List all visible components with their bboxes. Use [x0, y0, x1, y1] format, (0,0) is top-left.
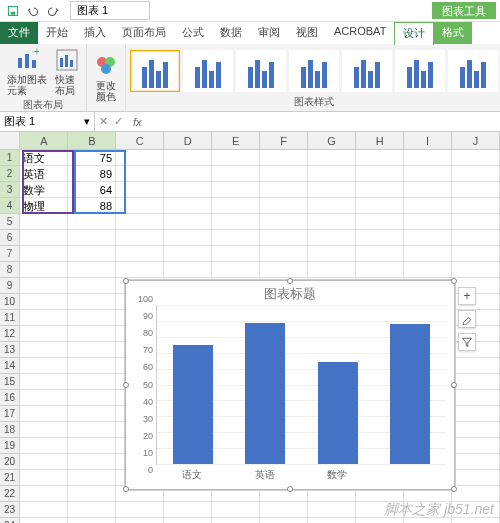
cell[interactable] — [356, 246, 404, 262]
row-header[interactable]: 4 — [0, 198, 20, 214]
cell[interactable] — [452, 470, 500, 486]
cell[interactable] — [68, 502, 116, 518]
row-header[interactable]: 11 — [0, 310, 20, 326]
cell[interactable] — [452, 150, 500, 166]
cell[interactable] — [68, 374, 116, 390]
cell[interactable]: 物理 — [20, 198, 68, 214]
row-header[interactable]: 17 — [0, 406, 20, 422]
chart-style-4[interactable] — [289, 50, 339, 92]
cell[interactable] — [68, 342, 116, 358]
tab-home[interactable]: 开始 — [38, 22, 76, 44]
col-header[interactable]: F — [260, 132, 308, 150]
cell[interactable] — [452, 358, 500, 374]
fx-icon[interactable]: fx — [127, 116, 148, 128]
row-header[interactable]: 18 — [0, 422, 20, 438]
cell[interactable] — [452, 198, 500, 214]
cell[interactable] — [116, 198, 164, 214]
chart-bar[interactable] — [390, 324, 430, 464]
resize-handle[interactable] — [287, 486, 293, 492]
cell[interactable] — [212, 518, 260, 523]
cell[interactable] — [20, 246, 68, 262]
row-header[interactable]: 5 — [0, 214, 20, 230]
cell[interactable] — [164, 502, 212, 518]
cell[interactable] — [20, 390, 68, 406]
cell[interactable] — [404, 262, 452, 278]
chart-filter-button[interactable] — [458, 333, 476, 351]
cell[interactable] — [452, 438, 500, 454]
resize-handle[interactable] — [451, 382, 457, 388]
change-colors-button[interactable]: 更改 颜色 — [91, 52, 121, 104]
chart-bar[interactable] — [245, 323, 285, 465]
tab-acrobat[interactable]: ACROBAT — [326, 22, 394, 44]
cell[interactable] — [116, 262, 164, 278]
cell[interactable] — [68, 294, 116, 310]
cell[interactable] — [164, 150, 212, 166]
cell[interactable] — [212, 166, 260, 182]
col-header[interactable]: H — [356, 132, 404, 150]
row-header[interactable]: 14 — [0, 358, 20, 374]
cell[interactable] — [212, 182, 260, 198]
cell[interactable] — [260, 198, 308, 214]
cell[interactable] — [452, 214, 500, 230]
cell[interactable] — [20, 470, 68, 486]
cell[interactable] — [260, 262, 308, 278]
cell[interactable] — [116, 166, 164, 182]
resize-handle[interactable] — [123, 278, 129, 284]
cell[interactable] — [260, 230, 308, 246]
tab-data[interactable]: 数据 — [212, 22, 250, 44]
row-header[interactable]: 7 — [0, 246, 20, 262]
cell[interactable] — [308, 150, 356, 166]
cell[interactable] — [68, 438, 116, 454]
cell[interactable] — [452, 374, 500, 390]
tab-formulas[interactable]: 公式 — [174, 22, 212, 44]
tab-design[interactable]: 设计 — [394, 22, 434, 45]
save-icon[interactable] — [4, 2, 22, 20]
cell[interactable] — [20, 438, 68, 454]
cell[interactable] — [260, 502, 308, 518]
chart-title[interactable]: 图表标题 — [126, 281, 454, 305]
cell[interactable] — [68, 422, 116, 438]
col-header[interactable]: G — [308, 132, 356, 150]
row-header[interactable]: 1 — [0, 150, 20, 166]
cell[interactable] — [164, 182, 212, 198]
col-header[interactable]: C — [116, 132, 164, 150]
add-chart-element-button[interactable]: + 添加图表 元素 — [4, 46, 50, 98]
cell[interactable] — [68, 230, 116, 246]
cell[interactable] — [356, 214, 404, 230]
cell[interactable] — [308, 518, 356, 523]
cell[interactable] — [68, 326, 116, 342]
chart-style-3[interactable] — [236, 50, 286, 92]
cell[interactable] — [260, 166, 308, 182]
cell[interactable] — [164, 166, 212, 182]
cell[interactable] — [68, 262, 116, 278]
row-header[interactable]: 9 — [0, 278, 20, 294]
cell[interactable] — [452, 262, 500, 278]
cell[interactable] — [452, 182, 500, 198]
chart-style-7[interactable] — [448, 50, 498, 92]
cell[interactable] — [20, 454, 68, 470]
cell[interactable] — [20, 486, 68, 502]
row-header[interactable]: 23 — [0, 502, 20, 518]
cell[interactable] — [164, 518, 212, 523]
cell[interactable] — [260, 246, 308, 262]
row-header[interactable]: 10 — [0, 294, 20, 310]
tab-file[interactable]: 文件 — [0, 22, 38, 44]
cell[interactable] — [308, 214, 356, 230]
cell[interactable] — [116, 182, 164, 198]
col-header[interactable]: E — [212, 132, 260, 150]
cell[interactable] — [260, 518, 308, 523]
cell[interactable] — [20, 262, 68, 278]
cell[interactable] — [452, 422, 500, 438]
cell[interactable] — [20, 230, 68, 246]
cell[interactable] — [164, 198, 212, 214]
cell[interactable]: 英语 — [20, 166, 68, 182]
name-box[interactable]: 图表 1 ▾ — [0, 112, 95, 131]
row-header[interactable]: 16 — [0, 390, 20, 406]
chart-style-1[interactable] — [130, 50, 180, 92]
cell[interactable] — [308, 230, 356, 246]
cell[interactable] — [404, 246, 452, 262]
cell[interactable] — [164, 262, 212, 278]
row-header[interactable]: 19 — [0, 438, 20, 454]
row-header[interactable]: 2 — [0, 166, 20, 182]
select-all-corner[interactable] — [0, 132, 20, 150]
